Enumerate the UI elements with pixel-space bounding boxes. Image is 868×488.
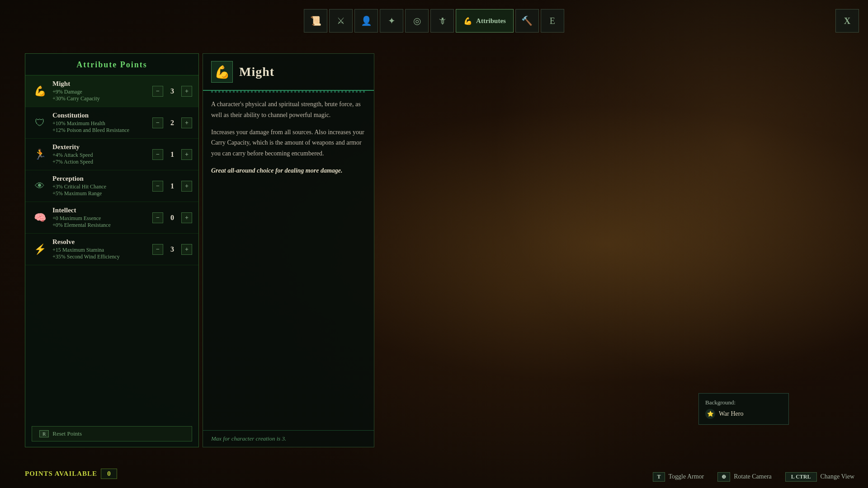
might-info: Might +9% Damage +30% Carry Capacity	[52, 80, 152, 102]
resolve-controls: − 3 +	[152, 244, 192, 255]
detail-body: A character's physical and spiritual str…	[203, 99, 374, 176]
constitution-controls: − 2 +	[152, 117, 192, 128]
intellect-decrease[interactable]: −	[152, 212, 163, 223]
detail-attr-icon: 💪	[211, 61, 233, 83]
resolve-increase[interactable]: +	[181, 244, 192, 255]
detail-header: 💪 Might	[203, 54, 374, 91]
constitution-icon: 🛡	[32, 115, 48, 131]
perception-increase[interactable]: +	[181, 181, 192, 192]
might-bonus2: +30% Carry Capacity	[52, 95, 152, 102]
constitution-bonus2: +12% Poison and Bleed Resistance	[52, 127, 152, 134]
might-decrease[interactable]: −	[152, 86, 163, 97]
change-view-action: L CTRL Change View	[785, 472, 854, 482]
attr-row-intellect[interactable]: 🧠 Intellect +0 Maximum Essence +0% Eleme…	[25, 202, 198, 234]
close-icon: X	[844, 16, 850, 26]
intellect-value: 0	[166, 214, 179, 222]
rotate-camera-key: ⊕	[717, 472, 730, 482]
nav-btn-attributes[interactable]: 💪 Attributes	[456, 9, 514, 33]
toggle-armor-action: T Toggle Armor	[653, 472, 704, 482]
background-icon: ⭐	[705, 409, 715, 419]
change-view-key: L CTRL	[785, 472, 817, 482]
intellect-icon: 🧠	[32, 210, 48, 226]
intellect-bonus2: +0% Elemental Resistance	[52, 222, 152, 229]
attr-row-dexterity[interactable]: 🏃 Dexterity +4% Attack Speed +7% Action …	[25, 139, 198, 170]
constitution-bonus1: +10% Maximum Health	[52, 120, 152, 127]
constitution-increase[interactable]: +	[181, 117, 192, 128]
perception-decrease[interactable]: −	[152, 181, 163, 192]
dexterity-increase[interactable]: +	[181, 149, 192, 160]
constitution-value: 2	[166, 119, 179, 127]
resolve-bonus1: +15 Maximum Stamina	[52, 247, 152, 253]
resolve-value: 3	[166, 245, 179, 253]
attr-row-resolve[interactable]: ⚡ Resolve +15 Maximum Stamina +35% Secon…	[25, 234, 198, 265]
perception-controls: − 1 +	[152, 181, 192, 192]
bottom-bar: T Toggle Armor ⊕ Rotate Camera L CTRL Ch…	[0, 465, 868, 488]
constitution-decrease[interactable]: −	[152, 117, 163, 128]
nav-btn-abilities[interactable]: 🗡	[430, 9, 454, 33]
dexterity-info: Dexterity +4% Attack Speed +7% Action Sp…	[52, 143, 152, 165]
detail-desc2: Increases your damage from all sources. …	[211, 127, 366, 159]
detail-highlight: Great all-around choice for dealing more…	[211, 165, 366, 176]
perception-bonus1: +3% Critical Hit Chance	[52, 183, 152, 190]
dexterity-decrease[interactable]: −	[152, 149, 163, 160]
background-box: Background: ⭐ War Hero	[698, 393, 789, 425]
resolve-info: Resolve +15 Maximum Stamina +35% Second …	[52, 238, 152, 260]
nav-btn-skills[interactable]: ✦	[380, 9, 403, 33]
nav-btn-map[interactable]: ◎	[405, 9, 429, 33]
attribute-points-panel: Attribute Points 💪 Might +9% Damage +30%…	[25, 53, 199, 447]
constitution-info: Constitution +10% Maximum Health +12% Po…	[52, 112, 152, 134]
attributes-nav-label: Attributes	[476, 17, 506, 25]
detail-icon-symbol: 💪	[214, 65, 230, 80]
perception-icon: 👁	[32, 178, 48, 194]
dexterity-value: 1	[166, 150, 179, 159]
might-increase[interactable]: +	[181, 86, 192, 97]
max-creation-note: Max for character creation is 3.	[203, 430, 374, 447]
close-button[interactable]: X	[835, 9, 859, 33]
top-navigation: 📜 ⚔ 👤 ✦ ◎ 🗡 💪 Attributes 🔨 E	[304, 9, 564, 33]
nav-btn-crafting[interactable]: 🔨	[515, 9, 539, 33]
dexterity-bonus1: +4% Attack Speed	[52, 152, 152, 159]
character-icon: 👤	[361, 16, 372, 25]
resolve-icon: ⚡	[32, 241, 48, 258]
intellect-info: Intellect +0 Maximum Essence +0% Element…	[52, 206, 152, 229]
resolve-decrease[interactable]: −	[152, 244, 163, 255]
resolve-bonus2: +35% Second Wind Efficiency	[52, 253, 152, 260]
perception-name: Perception	[52, 175, 152, 183]
reset-label: Reset Points	[52, 430, 82, 437]
change-view-label: Change View	[821, 473, 855, 480]
dexterity-bonus2: +7% Action Speed	[52, 159, 152, 165]
attr-row-constitution[interactable]: 🛡 Constitution +10% Maximum Health +12% …	[25, 107, 198, 139]
might-bonus1: +9% Damage	[52, 89, 152, 95]
intellect-bonus1: +0 Maximum Essence	[52, 215, 152, 222]
detail-desc1: A character's physical and spiritual str…	[211, 99, 366, 121]
abilities-icon: 🗡	[438, 16, 447, 25]
skills-icon: ✦	[388, 16, 396, 25]
dexterity-icon: 🏃	[32, 146, 48, 163]
might-value: 3	[166, 87, 179, 95]
rotate-camera-label: Rotate Camera	[734, 473, 772, 480]
reset-points-button[interactable]: R Reset Points	[32, 426, 192, 441]
nav-btn-quest[interactable]: 📜	[304, 9, 327, 33]
might-controls: − 3 +	[152, 86, 192, 97]
intellect-increase[interactable]: +	[181, 212, 192, 223]
perception-value: 1	[166, 182, 179, 190]
nav-btn-character[interactable]: 👤	[354, 9, 378, 33]
quest-icon: 📜	[310, 16, 321, 25]
toggle-armor-key: T	[653, 472, 665, 482]
crafting-icon: 🔨	[521, 16, 533, 25]
attr-row-might[interactable]: 💪 Might +9% Damage +30% Carry Capacity −…	[25, 75, 198, 107]
intellect-name: Intellect	[52, 206, 152, 214]
might-name: Might	[52, 80, 152, 88]
attr-row-perception[interactable]: 👁 Perception +3% Critical Hit Chance +5%…	[25, 170, 198, 202]
nav-btn-inventory[interactable]: ⚔	[329, 9, 353, 33]
map-icon: ◎	[413, 16, 421, 25]
intellect-controls: − 0 +	[152, 212, 192, 223]
rotate-camera-action: ⊕ Rotate Camera	[717, 472, 772, 482]
detail-title: Might	[239, 65, 274, 79]
nav-btn-e-menu[interactable]: E	[541, 9, 564, 33]
might-icon: 💪	[32, 83, 48, 99]
panel-header: Attribute Points	[25, 54, 198, 75]
detail-panel: 💪 Might A character's physical and spiri…	[203, 53, 374, 447]
reset-key: R	[39, 430, 49, 437]
resolve-name: Resolve	[52, 238, 152, 246]
